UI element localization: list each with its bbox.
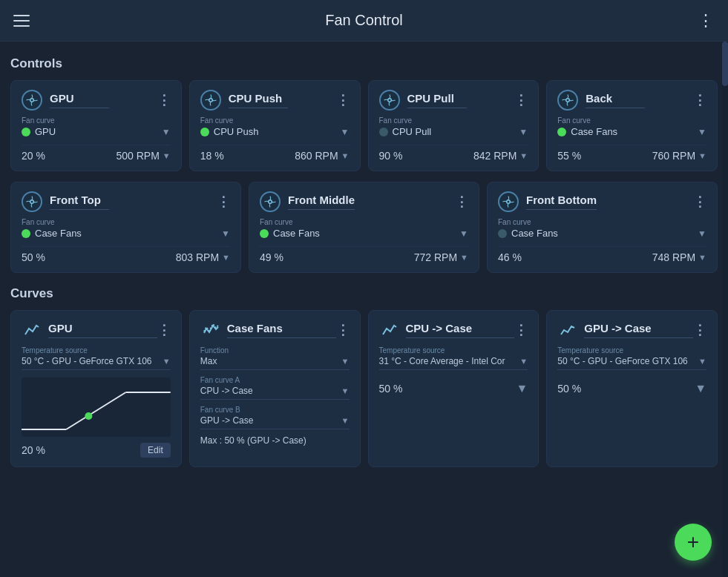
fan-curve-val-front-bottom: Case Fans [511,228,693,239]
main-content: Controls GPU ⋮ [0,42,728,577]
control-card-cpu-push: CPU Push ⋮ Fan curve CPU Push ▼ 18 % 860… [189,80,361,171]
fan-curve-arrow-front-top[interactable]: ▼ [221,228,230,239]
control-card-front-top: Front Top ⋮ Fan curve Case Fans ▼ 50 % 8… [10,182,241,273]
control-name-cpu-pull: CPU Pull [407,92,467,108]
fan-curve-arrow-cpu-push[interactable]: ▼ [341,127,350,137]
curves-grid: GPU ⋮ Temperature source 50 °C - GPU - G… [10,310,718,467]
temp-source-val-gpu-case[interactable]: 50 °C - GPU - GeForce GTX 106 ▼ [557,356,706,370]
curve-title-gpu: GPU [48,322,157,338]
fan-icon-front-middle [260,191,281,212]
control-menu-cpu-push[interactable]: ⋮ [336,92,350,108]
fan-curve-b-label-case-fans: Fan curve B [200,406,350,414]
app-header: Fan Control ⋮ [0,0,728,42]
svg-point-0 [30,99,34,102]
curve-menu-gpu[interactable]: ⋮ [157,322,171,338]
controls-row-1: GPU ⋮ Fan curve GPU ▼ 20 % 500 RPM ▼ [10,80,718,171]
control-card-back: Back ⋮ Fan curve Case Fans ▼ 55 % 760 RP… [546,80,718,171]
stat-percent-gpu: 20 % [22,150,45,162]
control-menu-back[interactable]: ⋮ [693,92,706,108]
curve-chart-gpu [22,377,171,437]
status-dot-front-bottom [498,229,507,238]
curve-percent-gpu-case: 50 % [557,383,581,395]
header-more-icon[interactable]: ⋮ [698,11,715,30]
status-dot-gpu [22,128,30,136]
fan-icon-cpu-push [200,90,221,111]
fan-curve-arrow-gpu[interactable]: ▼ [162,127,171,137]
curve-menu-cpu-case[interactable]: ⋮ [514,322,528,338]
fan-curve-label-front-middle: Fan curve [260,218,468,226]
fan-curve-b-arrow-case-fans[interactable]: ▼ [341,416,350,425]
stat-percent-front-bottom: 46 % [498,251,522,263]
control-card-gpu: GPU ⋮ Fan curve GPU ▼ 20 % 500 RPM ▼ [10,80,182,171]
temp-source-val-cpu-case[interactable]: 31 °C - Core Average - Intel Cor ▼ [379,356,528,370]
temp-source-arrow-gpu[interactable]: ▼ [163,357,171,366]
control-menu-front-top[interactable]: ⋮ [217,194,230,210]
stat-percent-back: 55 % [557,150,581,162]
fan-icon-front-bottom [498,191,519,212]
function-arrow-case-fans[interactable]: ▼ [341,357,350,366]
curves-section-label: Curves [10,286,718,301]
control-menu-front-bottom[interactable]: ⋮ [693,194,706,210]
temp-source-val-gpu[interactable]: 50 °C - GPU - GeForce GTX 106 ▼ [22,356,171,370]
fan-curve-label-cpu-push: Fan curve [200,116,350,125]
rpm-arrow-gpu[interactable]: ▼ [163,151,171,160]
fan-curve-label-front-top: Fan curve [22,218,230,226]
fan-curve-a-text-case-fans: CPU -> Case [200,386,253,396]
stat-percent-cpu-push: 18 % [200,150,224,162]
fan-curve-arrow-cpu-pull[interactable]: ▼ [519,127,528,137]
control-name-cpu-push: CPU Push [229,92,288,108]
curve-card-case-fans: Case Fans ⋮ Function Max ▼ Fan curve A C… [189,310,361,467]
stat-percent-front-middle: 49 % [260,251,283,263]
expand-icon-gpu-case[interactable]: ▼ [695,382,706,395]
curve-title-case-fans: Case Fans [227,322,336,338]
rpm-arrow-cpu-pull[interactable]: ▼ [519,151,528,160]
fan-curve-val-cpu-push: CPU Push [214,126,336,137]
scrollbar-thumb[interactable] [722,42,728,86]
fan-curve-select-front-middle[interactable]: Case Fans ▼ [260,228,468,239]
fan-curve-select-gpu[interactable]: GPU ▼ [22,126,171,137]
expand-icon-cpu-case[interactable]: ▼ [516,382,528,395]
stat-rpm-front-bottom: 748 RPM ▼ [652,251,706,263]
fan-curve-select-cpu-push[interactable]: CPU Push ▼ [200,126,350,137]
function-text-case-fans: Max [200,356,217,366]
rpm-arrow-front-middle[interactable]: ▼ [460,253,468,262]
rpm-arrow-front-top[interactable]: ▼ [222,253,230,262]
curve-icon-case-fans [200,320,221,340]
fan-curve-arrow-back[interactable]: ▼ [698,127,706,137]
rpm-arrow-cpu-push[interactable]: ▼ [341,151,350,160]
control-menu-gpu[interactable]: ⋮ [157,92,171,108]
svg-point-1 [209,99,213,102]
curve-icon-gpu-case [557,320,578,340]
control-name-back: Back [586,92,645,108]
fan-icon-gpu [22,90,42,111]
fan-curve-select-front-bottom[interactable]: Case Fans ▼ [498,228,706,239]
fan-curve-val-cpu-pull: CPU Pull [393,126,515,137]
temp-source-text-gpu: 50 °C - GPU - GeForce GTX 106 [22,356,152,366]
add-fab-button[interactable]: + [675,524,712,561]
control-menu-front-middle[interactable]: ⋮ [455,194,468,210]
fan-curve-select-front-top[interactable]: Case Fans ▼ [22,228,230,239]
app-title: Fan Control [325,12,403,29]
edit-button-gpu[interactable]: Edit [140,443,171,458]
fan-curve-select-cpu-pull[interactable]: CPU Pull ▼ [379,126,528,137]
function-val-case-fans[interactable]: Max ▼ [200,356,350,370]
fan-curve-arrow-front-middle[interactable]: ▼ [459,228,468,239]
curve-card-gpu-case: GPU -> Case ⋮ Temperature source 50 °C -… [546,310,718,467]
rpm-arrow-front-bottom[interactable]: ▼ [698,253,706,262]
fan-curve-a-arrow-case-fans[interactable]: ▼ [341,386,350,395]
fan-curve-select-back[interactable]: Case Fans ▼ [557,126,706,137]
fan-curve-arrow-front-bottom[interactable]: ▼ [698,228,706,239]
menu-button[interactable] [13,15,30,27]
control-name-gpu: GPU [50,92,109,108]
scrollbar-track [722,42,728,577]
temp-source-arrow-gpu-case[interactable]: ▼ [698,357,706,366]
curve-menu-case-fans[interactable]: ⋮ [336,322,350,338]
fan-curve-b-val-case-fans[interactable]: GPU -> Case ▼ [200,415,350,429]
fan-curve-a-val-case-fans[interactable]: CPU -> Case ▼ [200,386,350,400]
curve-menu-gpu-case[interactable]: ⋮ [693,322,706,338]
control-menu-cpu-pull[interactable]: ⋮ [514,92,528,108]
stat-rpm-back: 760 RPM ▼ [652,150,706,162]
temp-source-arrow-cpu-case[interactable]: ▼ [519,357,528,366]
rpm-arrow-back[interactable]: ▼ [698,151,706,160]
stat-rpm-front-top: 803 RPM ▼ [176,251,230,263]
